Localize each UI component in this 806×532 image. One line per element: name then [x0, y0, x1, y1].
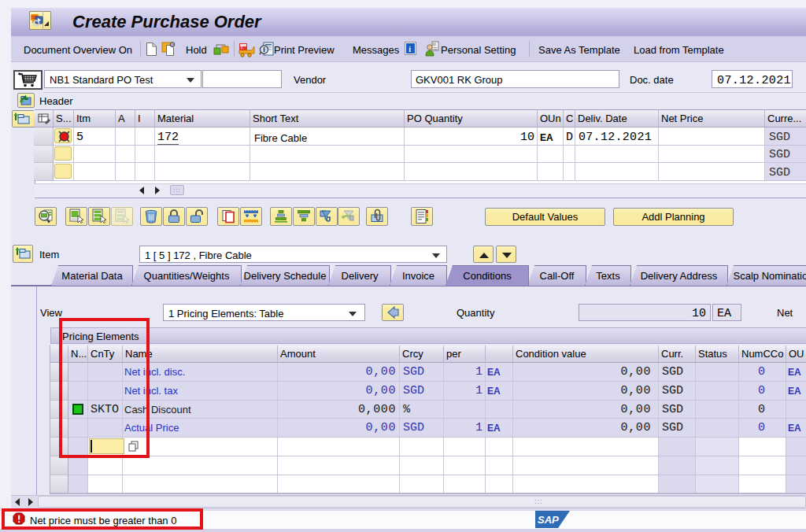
svg-text:!: ! [241, 44, 242, 50]
svg-text:SAP: SAP [538, 514, 559, 526]
svg-text:i: i [409, 45, 411, 54]
